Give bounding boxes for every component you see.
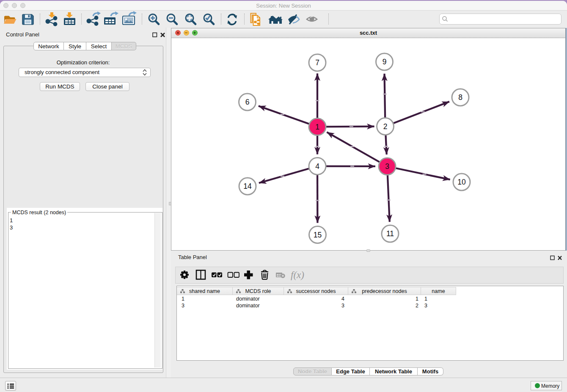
svg-text:14: 14	[243, 182, 252, 190]
svg-text:4: 4	[315, 162, 319, 171]
svg-text:6: 6	[245, 98, 250, 106]
svg-text:2: 2	[383, 122, 388, 131]
svg-text:3: 3	[385, 162, 389, 171]
svg-text:8: 8	[458, 93, 462, 102]
svg-text:f(x): f(x)	[291, 270, 304, 280]
svg-text:1: 1	[315, 123, 319, 131]
svg-text:11: 11	[386, 229, 394, 238]
svg-text:15: 15	[314, 231, 322, 239]
svg-text:10: 10	[457, 178, 466, 186]
svg-text:7: 7	[315, 58, 319, 67]
svg-text:9: 9	[383, 58, 387, 66]
